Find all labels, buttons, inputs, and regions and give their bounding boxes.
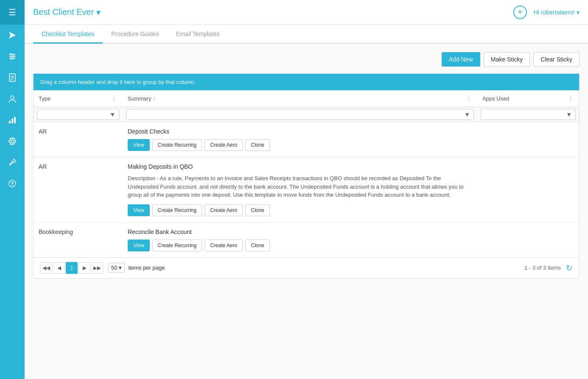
page-first-btn[interactable]: ◀◀ [40, 262, 52, 274]
svg-rect-7 [9, 74, 15, 81]
page-1-btn[interactable]: 1 [66, 262, 78, 274]
header: Best Client Ever ▾ + Hi robertataero! ▾ [25, 0, 588, 25]
sidebar-item-settings[interactable] [0, 131, 25, 152]
row-3-clone-btn[interactable]: Clone [245, 240, 269, 251]
summary-filter-cell: ▼ [123, 107, 477, 122]
sidebar-item-chart[interactable] [0, 109, 25, 131]
page-navigation: ◀◀ ◀ 1 ▶ ▶▶ [40, 262, 103, 274]
tabs-bar: Checklist Templates Procedure Guides Ema… [25, 25, 588, 44]
type-filter-cell: ▼ [34, 107, 123, 122]
row-1-summary: Deposit Checks View Create Recurring Cre… [123, 122, 477, 157]
client-name: Best Client Ever [33, 7, 94, 17]
row-2-actions: View Create Recurring Create Aero Clone [128, 204, 472, 216]
sidebar-item-tools[interactable] [0, 152, 25, 173]
svg-rect-14 [14, 117, 16, 123]
sidebar-item-person[interactable] [0, 88, 25, 109]
document-icon [8, 73, 16, 82]
table-row: AR Deposit Checks View Create Recurring … [34, 122, 579, 157]
add-new-button[interactable]: Add New [442, 52, 480, 67]
svg-point-11 [11, 96, 14, 99]
plus-icon: + [518, 7, 523, 17]
user-chevron-icon: ▾ [577, 9, 580, 16]
settings-icon [8, 137, 17, 145]
tab-checklist-templates[interactable]: Checklist Templates [33, 25, 103, 44]
type-filter-input[interactable] [37, 110, 106, 120]
summary-col-menu[interactable]: ⋮ [465, 95, 472, 103]
group-header: Drag a column header and drop it here to… [34, 74, 579, 90]
client-chevron: ▾ [96, 7, 101, 17]
row-1-create-recurring-btn[interactable]: Create Recurring [152, 139, 202, 151]
chart-icon [8, 116, 17, 124]
page-last-btn[interactable]: ▶▶ [91, 262, 103, 274]
sliders-icon [8, 52, 17, 61]
type-filter-btn[interactable]: ▼ [106, 109, 119, 120]
row-3-summary: Reconcile Bank Account View Create Recur… [123, 222, 477, 257]
col-header-apps: Apps Used ⋮ [477, 90, 579, 107]
refresh-button[interactable]: ↻ [566, 263, 572, 273]
main-content: Best Client Ever ▾ + Hi robertataero! ▾ … [25, 0, 588, 379]
row-3-create-aero-btn[interactable]: Create Aero [204, 240, 243, 251]
hamburger-icon: ☰ [8, 7, 16, 17]
apps-filter-cell: ▼ [477, 107, 579, 122]
user-menu[interactable]: Hi robertataero! ▾ [534, 9, 580, 16]
add-global-button[interactable]: + [513, 6, 527, 19]
summary-filter-input[interactable] [126, 110, 461, 120]
summary-sort-icon[interactable]: ↑ [153, 96, 156, 102]
data-table-container: Drag a column header and drop it here to… [33, 73, 580, 279]
row-2-view-btn[interactable]: View [128, 204, 150, 216]
row-3-apps [477, 222, 579, 257]
sidebar-item-sliders[interactable] [0, 46, 25, 67]
row-3-type: Bookkeeping [34, 222, 123, 257]
send-icon [8, 31, 17, 39]
col-header-summary: Summary ↑ ⋮ [123, 90, 477, 107]
svg-text:?: ? [11, 181, 14, 187]
summary-filter-btn[interactable]: ▼ [461, 109, 473, 120]
type-col-menu[interactable]: ⋮ [111, 95, 118, 103]
sidebar-item-document[interactable] [0, 67, 25, 88]
page-next-btn[interactable]: ▶ [78, 262, 90, 274]
table-row: Bookkeeping Reconcile Bank Account View … [34, 222, 579, 257]
row-1-type: AR [34, 122, 123, 157]
toolbar: Add New Make Sticky Clear Sticky [33, 52, 580, 67]
sidebar: ☰ [0, 0, 25, 379]
table-header-row: Type ⋮ Summary ↑ ⋮ [34, 90, 579, 107]
svg-point-6 [11, 58, 12, 59]
sidebar-menu-button[interactable]: ☰ [0, 0, 25, 25]
page-prev-btn[interactable]: ◀ [53, 262, 65, 274]
per-page-dropdown[interactable]: 50 ▾ [108, 263, 125, 273]
row-2-create-aero-btn[interactable]: Create Aero [204, 204, 243, 216]
svg-marker-0 [9, 32, 16, 39]
clear-sticky-button[interactable]: Clear Sticky [533, 52, 580, 67]
row-1-apps [477, 122, 579, 157]
filter-row: ▼ ▼ ▼ [34, 107, 579, 122]
sidebar-item-nav[interactable] [0, 25, 25, 46]
row-2-clone-btn[interactable]: Clone [245, 204, 269, 216]
table-row: AR Making Deposits in QBO Description - … [34, 157, 579, 223]
client-title[interactable]: Best Client Ever ▾ [33, 7, 101, 17]
refresh-icon: ↻ [566, 264, 572, 272]
data-table: Type ⋮ Summary ↑ ⋮ [34, 90, 579, 257]
tab-email-templates[interactable]: Email Templates [168, 25, 228, 44]
svg-rect-12 [9, 121, 11, 123]
row-1-clone-btn[interactable]: Clone [245, 139, 269, 151]
row-1-view-btn[interactable]: View [128, 139, 150, 151]
tab-procedure-guides[interactable]: Procedure Guides [103, 25, 168, 44]
svg-point-4 [10, 53, 12, 55]
row-2-create-recurring-btn[interactable]: Create Recurring [152, 204, 202, 216]
svg-point-15 [11, 140, 14, 142]
row-3-view-btn[interactable]: View [128, 240, 150, 251]
sidebar-item-help[interactable]: ? [0, 173, 25, 194]
apps-col-menu[interactable]: ⋮ [567, 95, 574, 103]
person-icon [8, 95, 17, 103]
apps-filter-input[interactable] [481, 110, 563, 120]
row-1-create-aero-btn[interactable]: Create Aero [204, 139, 243, 151]
make-sticky-button[interactable]: Make Sticky [484, 52, 530, 67]
pagination-right: 1 - 3 of 3 items ↻ [524, 263, 572, 273]
apps-filter-btn[interactable]: ▼ [563, 109, 575, 120]
help-icon: ? [8, 179, 17, 188]
tools-icon [8, 158, 17, 167]
row-3-create-recurring-btn[interactable]: Create Recurring [152, 240, 202, 251]
per-page-chevron: ▾ [119, 265, 122, 271]
row-3-actions: View Create Recurring Create Aero Clone [128, 240, 472, 251]
prev-page-icon: ◀ [57, 265, 61, 271]
